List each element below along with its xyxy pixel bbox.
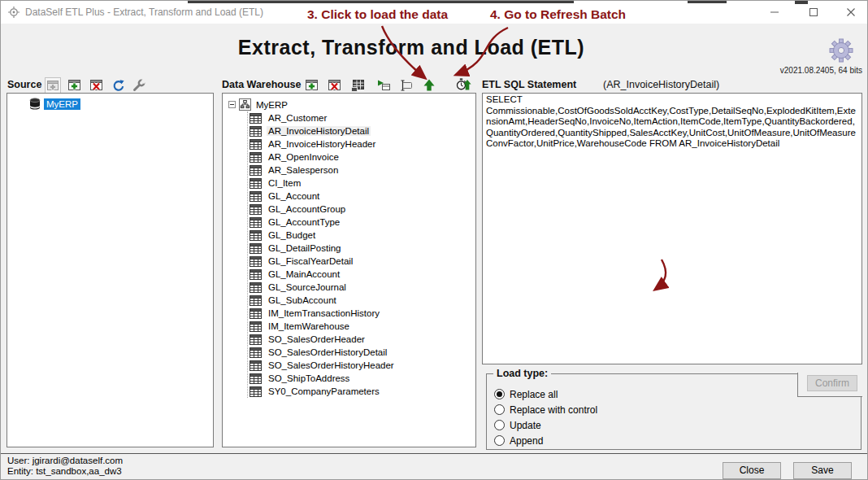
annotation-step4: 4. Go to Refresh Batch <box>490 7 626 22</box>
delete-table-icon[interactable] <box>326 77 342 94</box>
table-row[interactable]: IM_ItemTransactionHistory <box>248 307 396 320</box>
table-icon <box>250 373 262 384</box>
add-source-disabled-icon[interactable] <box>45 77 61 94</box>
table-icon <box>250 191 262 202</box>
table-row[interactable]: AR_Salesperson <box>248 164 396 177</box>
table-row[interactable]: GL_SubAccount <box>248 294 396 307</box>
table-icon <box>250 347 262 358</box>
run-table-icon[interactable] <box>375 77 392 94</box>
radio-icon[interactable] <box>494 404 505 415</box>
table-icon <box>250 230 262 241</box>
collapse-expander-icon[interactable] <box>228 101 236 108</box>
sql-panel-label: ETL SQL Statement <box>482 79 576 90</box>
table-row[interactable]: GL_SourceJournal <box>248 281 396 294</box>
table-row[interactable]: AR_Customer <box>248 111 396 124</box>
table-name-label: IM_ItemWarehouse <box>267 321 351 331</box>
wrench-icon[interactable] <box>131 77 147 94</box>
table-name-label: GL_AccountType <box>267 217 341 227</box>
table-row[interactable]: IM_ItemWarehouse <box>248 320 396 333</box>
table-name-label: AR_Customer <box>267 113 328 123</box>
confirm-button[interactable]: Confirm <box>807 375 857 391</box>
table-row[interactable]: GL_Budget <box>248 229 396 242</box>
add-table-icon[interactable] <box>303 77 319 94</box>
sql-statement-editor[interactable]: SELECT Commissionable,CostOfGoodsSoldAcc… <box>482 93 862 364</box>
rename-column-icon[interactable] <box>398 77 414 94</box>
maximize-button[interactable] <box>796 1 831 24</box>
load-type-legend: Load type: <box>493 368 551 379</box>
load-data-icon[interactable] <box>421 76 437 93</box>
close-window-button[interactable] <box>833 1 868 24</box>
table-name-label: GL_Budget <box>267 230 317 240</box>
table-name-label: GL_SourceJournal <box>267 282 348 292</box>
table-icon <box>250 295 262 306</box>
refresh-batch-icon[interactable] <box>455 76 471 92</box>
close-button[interactable]: Close <box>723 462 781 479</box>
table-icon <box>250 217 262 228</box>
sql-table-ref: (AR_InvoiceHistoryDetail) <box>603 79 719 90</box>
radio-icon[interactable] <box>494 420 505 430</box>
table-row[interactable]: SY0_CompanyParameters <box>248 385 396 398</box>
table-row[interactable]: GL_MainAccount <box>248 268 396 281</box>
table-name-label: GL_DetailPosting <box>267 243 343 253</box>
radio-label: Replace with control <box>510 404 597 416</box>
table-name-label: SO_SalesOrderHistoryDetail <box>267 347 388 357</box>
refresh-source-icon[interactable] <box>110 77 126 94</box>
table-icon <box>250 139 262 150</box>
warehouse-panel-label: Data Warehouse <box>222 79 301 90</box>
warehouse-root-label: MyERP <box>254 100 288 110</box>
table-name-label: GL_FiscalYearDetail <box>267 256 354 266</box>
table-icon <box>250 386 262 397</box>
table-row[interactable]: SO_SalesOrderHeader <box>248 333 396 346</box>
table-icon <box>250 178 262 189</box>
table-row[interactable]: SO_SalesOrderHistoryDetail <box>248 346 396 359</box>
add-source-icon[interactable] <box>66 77 82 94</box>
table-name-label: AR_InvoiceHistoryDetail <box>267 126 371 136</box>
table-row[interactable]: AR_InvoiceHistoryDetail <box>248 124 396 137</box>
window-title: DataSelf ETL Plus - Extract, Transform a… <box>25 7 263 18</box>
page-title: Extract, Transform and Load (ETL) <box>82 36 740 59</box>
minimize-button[interactable] <box>757 1 792 24</box>
footer-divider <box>1 453 868 454</box>
save-button[interactable]: Save <box>793 462 852 479</box>
source-tree-item-myerp[interactable]: MyERP <box>28 97 80 111</box>
database-icon <box>28 98 41 111</box>
table-name-label: SO_SalesOrderHeader <box>267 334 367 344</box>
table-row[interactable]: GL_AccountGroup <box>248 203 396 216</box>
table-row[interactable]: GL_Account <box>248 190 396 203</box>
screen-artifact <box>688 1 727 3</box>
annotation-step3: 3. Click to load the data <box>307 7 448 22</box>
radio-icon[interactable] <box>494 389 505 399</box>
source-panel-label: Source <box>7 79 41 90</box>
confirm-button-area: Confirm <box>797 373 862 397</box>
gear-icon[interactable] <box>828 37 854 63</box>
source-tree-panel: MyERP <box>7 93 214 447</box>
table-icon <box>250 204 262 215</box>
table-row[interactable]: AR_OpenInvoice <box>248 151 396 164</box>
radio-label: Update <box>510 420 541 431</box>
table-row[interactable]: GL_FiscalYearDetail <box>248 255 396 268</box>
table-row[interactable]: SO_SalesOrderHistoryHeader <box>248 359 396 372</box>
radio-label: Append <box>510 435 543 447</box>
table-icon <box>250 321 262 332</box>
table-row[interactable]: CI_Item <box>248 177 396 190</box>
radio-icon[interactable] <box>494 435 505 446</box>
load-type-option[interactable]: Update <box>494 417 597 433</box>
table-row[interactable]: SO_ShipToAddress <box>248 372 396 385</box>
table-row[interactable]: AR_InvoiceHistoryHeader <box>248 137 396 151</box>
table-icon <box>250 360 262 371</box>
delete-source-icon[interactable] <box>88 77 104 94</box>
table-icon <box>250 334 262 345</box>
table-row[interactable]: GL_DetailPosting <box>248 242 396 255</box>
load-type-option[interactable]: Append <box>494 433 597 448</box>
view-table-data-icon[interactable] <box>349 77 366 94</box>
table-row[interactable]: GL_AccountType <box>248 216 396 229</box>
warehouse-tree-root[interactable]: MyERP <box>228 98 288 111</box>
radio-label: Replace all <box>510 389 558 400</box>
load-type-option[interactable]: Replace all <box>494 386 597 402</box>
load-type-option[interactable]: Replace with control <box>494 402 597 417</box>
app-icon <box>7 6 20 19</box>
table-name-label: CI_Item <box>267 178 302 188</box>
warehouse-tree-panel: MyERP AR_Customer <box>222 93 476 447</box>
table-icon <box>250 113 262 124</box>
user-label: User: jgirardi@dataself.com <box>7 456 123 465</box>
